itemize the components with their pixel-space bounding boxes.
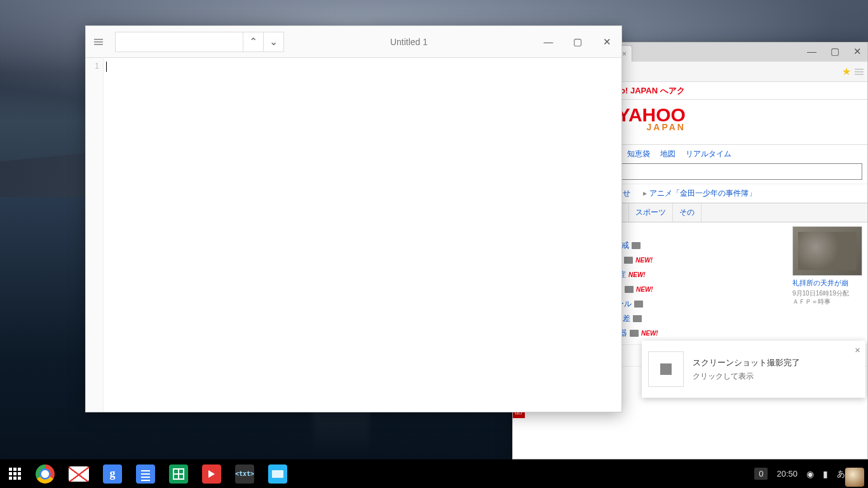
news-tab-sports[interactable]: スポーツ [629,203,673,222]
search-next-button[interactable]: ⌄ [263,32,283,51]
notification-preview [648,351,684,387]
chrome-maximize-button[interactable]: ▢ [827,43,843,60]
editor-close-button[interactable]: ✕ [592,26,621,58]
editor-titlebar: ⌃ ⌄ Untitled 1 — ▢ ✕ [86,26,621,58]
taskbar-app-gmail[interactable] [69,466,89,482]
camera-icon [632,242,641,249]
text-editor-window: ⌃ ⌄ Untitled 1 — ▢ ✕ 1 [85,25,622,412]
notification-subtitle: クリックして表示 [693,371,800,382]
notification-count-badge[interactable]: 0 [754,468,768,480]
camera-icon [624,257,633,264]
chrome-window-controls: — ▢ ✕ [803,43,865,60]
line-number: 1 [86,62,99,71]
notification-close-icon[interactable]: × [855,344,860,355]
camera-icon [630,330,639,337]
app-launcher-button[interactable] [5,464,24,484]
battery-icon[interactable]: ▮ [823,469,828,479]
editor-gutter: 1 [86,58,104,412]
taskbar-app-text-editor[interactable]: <txt> [235,464,254,484]
chrome-minimize-button[interactable]: — [803,43,820,60]
camera-icon [625,286,634,293]
editor-maximize-button[interactable]: ▢ [563,26,592,58]
ime-indicator[interactable]: あ [837,468,845,480]
news-tab-other[interactable]: その [673,203,702,222]
search-tab-map[interactable]: 地図 [660,149,675,159]
editor-search-group: ⌃ ⌄ [115,32,284,52]
yahoo-logo[interactable]: YAHOO JAPAN [618,106,686,132]
notification-text: スクリーンショット撮影完了 クリックして表示 [693,357,800,382]
chevron-down-icon: ⌄ [269,36,278,48]
new-badge: NEW! [641,330,658,337]
coffee-icon[interactable] [845,468,864,487]
new-badge: NEW! [635,257,653,264]
clock[interactable]: 20:50 [776,469,797,478]
text-cursor [106,62,107,72]
editor-body: 1 [86,58,621,412]
taskbar-app-google[interactable]: g [103,464,122,484]
chrome-close-button[interactable]: ✕ [850,43,865,60]
taskbar-app-files[interactable] [268,464,287,484]
new-badge: NEW! [628,271,646,278]
editor-menu-button[interactable] [86,39,111,45]
news-thumbnail-meta: 9月10日16時19分配ＡＦＰ＝時事 [792,289,862,306]
chrome-menu-icon[interactable] [855,69,864,75]
editor-minimize-button[interactable]: — [534,26,563,58]
editor-title: Untitled 1 [284,37,534,47]
news-thumbnail-caption: 礼拝所の天井が崩 [792,278,862,288]
taskbar: g <txt> 0 20:50 ◉ ▮ あ [0,459,868,488]
camera-icon [634,301,643,308]
screenshot-notification[interactable]: スクリーンショット撮影完了 クリックして表示 × [642,341,865,398]
search-tab-realtime[interactable]: リアルタイム [686,149,731,159]
editor-text-area[interactable] [104,58,621,412]
wifi-icon[interactable]: ◉ [806,469,814,479]
editor-search-input[interactable] [116,32,243,51]
news-thumbnail[interactable]: 礼拝所の天井が崩 9月10日16時19分配ＡＦＰ＝時事 [792,226,862,341]
taskbar-app-youtube[interactable] [202,464,221,484]
taskbar-app-sheets[interactable] [169,464,188,484]
news-thumbnail-image [792,226,862,276]
taskbar-app-docs[interactable] [136,464,155,484]
search-prev-button[interactable]: ⌃ [243,32,263,51]
ticker-item[interactable]: アニメ「金田一少年の事件簿」 [643,188,756,199]
bookmark-star-icon[interactable]: ★ [842,65,851,78]
taskbar-app-chrome[interactable] [36,464,55,484]
camera-icon [633,315,642,322]
chevron-up-icon: ⌃ [249,36,257,48]
notification-title: スクリーンショット撮影完了 [693,357,800,369]
search-tab-chie[interactable]: 知恵袋 [627,149,650,159]
tab-close-icon[interactable]: × [622,50,627,58]
editor-window-controls: — ▢ ✕ [534,26,621,58]
new-badge: NEW! [636,286,653,293]
grid-icon [9,468,21,480]
